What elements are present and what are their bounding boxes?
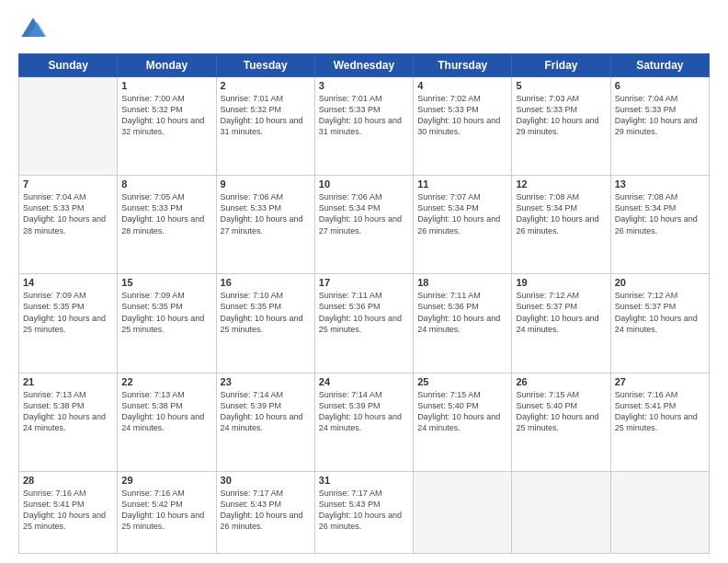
column-header-sunday: Sunday xyxy=(19,54,118,77)
calendar-week-5: 28Sunrise: 7:16 AMSunset: 5:41 PMDayligh… xyxy=(19,471,710,553)
calendar-cell xyxy=(19,77,118,176)
logo-icon xyxy=(18,15,48,44)
calendar-cell xyxy=(414,471,512,553)
day-number: 9 xyxy=(221,178,311,190)
day-info: Sunrise: 7:07 AMSunset: 5:34 PMDaylight:… xyxy=(417,191,507,236)
column-header-friday: Friday xyxy=(512,54,610,77)
day-number: 8 xyxy=(121,178,211,190)
day-info: Sunrise: 7:13 AMSunset: 5:38 PMDaylight:… xyxy=(23,389,113,434)
calendar-cell: 6Sunrise: 7:04 AMSunset: 5:33 PMDaylight… xyxy=(610,77,709,176)
calendar-cell: 20Sunrise: 7:12 AMSunset: 5:37 PMDayligh… xyxy=(610,274,709,373)
calendar-cell: 31Sunrise: 7:17 AMSunset: 5:43 PMDayligh… xyxy=(314,471,413,553)
calendar-cell: 26Sunrise: 7:15 AMSunset: 5:40 PMDayligh… xyxy=(512,373,610,471)
day-number: 10 xyxy=(319,178,409,190)
day-number: 23 xyxy=(221,376,311,387)
day-info: Sunrise: 7:02 AMSunset: 5:33 PMDaylight:… xyxy=(417,93,507,138)
calendar-cell: 19Sunrise: 7:12 AMSunset: 5:37 PMDayligh… xyxy=(512,274,610,373)
day-info: Sunrise: 7:09 AMSunset: 5:35 PMDaylight:… xyxy=(121,290,211,335)
day-number: 5 xyxy=(516,80,606,91)
header xyxy=(18,15,710,44)
day-number: 20 xyxy=(615,277,705,288)
day-number: 22 xyxy=(121,376,211,387)
day-info: Sunrise: 7:06 AMSunset: 5:34 PMDaylight:… xyxy=(319,191,409,236)
column-header-monday: Monday xyxy=(118,54,216,77)
day-info: Sunrise: 7:01 AMSunset: 5:33 PMDaylight:… xyxy=(319,93,409,138)
day-info: Sunrise: 7:16 AMSunset: 5:42 PMDaylight:… xyxy=(121,488,211,533)
day-number: 13 xyxy=(615,178,705,190)
calendar-cell: 22Sunrise: 7:13 AMSunset: 5:38 PMDayligh… xyxy=(118,373,216,471)
column-header-saturday: Saturday xyxy=(610,54,709,77)
day-number: 12 xyxy=(516,178,606,190)
day-number: 27 xyxy=(615,376,705,387)
day-info: Sunrise: 7:04 AMSunset: 5:33 PMDaylight:… xyxy=(23,191,113,236)
day-number: 31 xyxy=(319,475,409,486)
day-info: Sunrise: 7:11 AMSunset: 5:36 PMDaylight:… xyxy=(319,290,409,335)
calendar-cell: 3Sunrise: 7:01 AMSunset: 5:33 PMDaylight… xyxy=(314,77,413,176)
logo xyxy=(18,15,51,44)
day-info: Sunrise: 7:05 AMSunset: 5:33 PMDaylight:… xyxy=(121,191,211,236)
calendar-cell: 10Sunrise: 7:06 AMSunset: 5:34 PMDayligh… xyxy=(314,176,413,274)
day-info: Sunrise: 7:10 AMSunset: 5:35 PMDaylight:… xyxy=(221,290,311,335)
day-number: 24 xyxy=(319,376,409,387)
day-number: 29 xyxy=(121,475,211,486)
calendar-cell: 2Sunrise: 7:01 AMSunset: 5:32 PMDaylight… xyxy=(216,77,314,176)
calendar-cell: 5Sunrise: 7:03 AMSunset: 5:33 PMDaylight… xyxy=(512,77,610,176)
calendar-cell: 29Sunrise: 7:16 AMSunset: 5:42 PMDayligh… xyxy=(118,471,216,553)
day-info: Sunrise: 7:04 AMSunset: 5:33 PMDaylight:… xyxy=(615,93,705,138)
day-number: 18 xyxy=(417,277,507,288)
day-number: 3 xyxy=(319,80,409,91)
calendar-cell: 11Sunrise: 7:07 AMSunset: 5:34 PMDayligh… xyxy=(414,176,512,274)
day-info: Sunrise: 7:14 AMSunset: 5:39 PMDaylight:… xyxy=(221,389,311,434)
calendar-header-row: SundayMondayTuesdayWednesdayThursdayFrid… xyxy=(19,54,710,77)
day-number: 15 xyxy=(121,277,211,288)
calendar-cell xyxy=(610,471,709,553)
calendar-cell: 17Sunrise: 7:11 AMSunset: 5:36 PMDayligh… xyxy=(314,274,413,373)
day-number: 25 xyxy=(417,376,507,387)
calendar-cell: 15Sunrise: 7:09 AMSunset: 5:35 PMDayligh… xyxy=(118,274,216,373)
day-number: 21 xyxy=(23,376,113,387)
day-info: Sunrise: 7:03 AMSunset: 5:33 PMDaylight:… xyxy=(516,93,606,138)
calendar-cell: 12Sunrise: 7:08 AMSunset: 5:34 PMDayligh… xyxy=(512,176,610,274)
day-info: Sunrise: 7:09 AMSunset: 5:35 PMDaylight:… xyxy=(23,290,113,335)
day-number: 26 xyxy=(516,376,606,387)
calendar-week-4: 21Sunrise: 7:13 AMSunset: 5:38 PMDayligh… xyxy=(19,373,710,471)
day-number: 28 xyxy=(23,475,113,486)
calendar-cell: 13Sunrise: 7:08 AMSunset: 5:34 PMDayligh… xyxy=(610,176,709,274)
day-info: Sunrise: 7:08 AMSunset: 5:34 PMDaylight:… xyxy=(615,191,705,236)
day-number: 4 xyxy=(417,80,507,91)
calendar-cell: 27Sunrise: 7:16 AMSunset: 5:41 PMDayligh… xyxy=(610,373,709,471)
calendar-week-2: 7Sunrise: 7:04 AMSunset: 5:33 PMDaylight… xyxy=(19,176,710,274)
day-info: Sunrise: 7:13 AMSunset: 5:38 PMDaylight:… xyxy=(121,389,211,434)
calendar-week-1: 1Sunrise: 7:00 AMSunset: 5:32 PMDaylight… xyxy=(19,77,710,176)
calendar-cell: 30Sunrise: 7:17 AMSunset: 5:43 PMDayligh… xyxy=(216,471,314,553)
calendar-cell: 7Sunrise: 7:04 AMSunset: 5:33 PMDaylight… xyxy=(19,176,118,274)
day-info: Sunrise: 7:08 AMSunset: 5:34 PMDaylight:… xyxy=(516,191,606,236)
column-header-tuesday: Tuesday xyxy=(216,54,314,77)
day-number: 6 xyxy=(615,80,705,91)
calendar-cell: 9Sunrise: 7:06 AMSunset: 5:33 PMDaylight… xyxy=(216,176,314,274)
calendar-cell xyxy=(512,471,610,553)
calendar-cell: 21Sunrise: 7:13 AMSunset: 5:38 PMDayligh… xyxy=(19,373,118,471)
calendar-week-3: 14Sunrise: 7:09 AMSunset: 5:35 PMDayligh… xyxy=(19,274,710,373)
day-number: 16 xyxy=(221,277,311,288)
day-info: Sunrise: 7:12 AMSunset: 5:37 PMDaylight:… xyxy=(516,290,606,335)
calendar-cell: 16Sunrise: 7:10 AMSunset: 5:35 PMDayligh… xyxy=(216,274,314,373)
day-number: 1 xyxy=(121,80,211,91)
calendar-cell: 18Sunrise: 7:11 AMSunset: 5:36 PMDayligh… xyxy=(414,274,512,373)
calendar-cell: 24Sunrise: 7:14 AMSunset: 5:39 PMDayligh… xyxy=(314,373,413,471)
day-number: 17 xyxy=(319,277,409,288)
day-info: Sunrise: 7:16 AMSunset: 5:41 PMDaylight:… xyxy=(23,488,113,533)
day-info: Sunrise: 7:16 AMSunset: 5:41 PMDaylight:… xyxy=(615,389,705,434)
calendar-cell: 25Sunrise: 7:15 AMSunset: 5:40 PMDayligh… xyxy=(414,373,512,471)
day-info: Sunrise: 7:01 AMSunset: 5:32 PMDaylight:… xyxy=(221,93,311,138)
day-info: Sunrise: 7:15 AMSunset: 5:40 PMDaylight:… xyxy=(516,389,606,434)
day-number: 11 xyxy=(417,178,507,190)
day-number: 30 xyxy=(221,475,311,486)
day-info: Sunrise: 7:00 AMSunset: 5:32 PMDaylight:… xyxy=(121,93,211,138)
page: SundayMondayTuesdayWednesdayThursdayFrid… xyxy=(0,0,728,563)
day-number: 2 xyxy=(221,80,311,91)
day-number: 19 xyxy=(516,277,606,288)
calendar-cell: 28Sunrise: 7:16 AMSunset: 5:41 PMDayligh… xyxy=(19,471,118,553)
day-number: 14 xyxy=(23,277,113,288)
day-info: Sunrise: 7:14 AMSunset: 5:39 PMDaylight:… xyxy=(319,389,409,434)
